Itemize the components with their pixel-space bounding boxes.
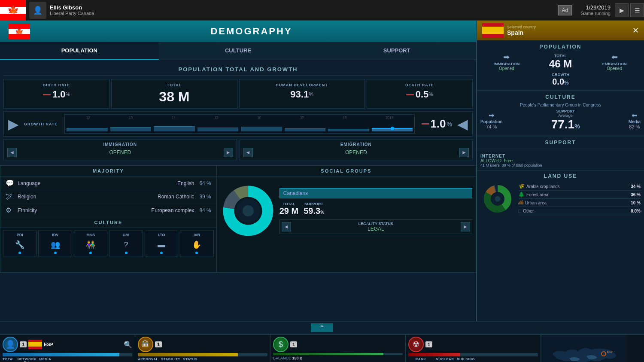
human-dev-stat: HUMAN DEVELOPMENT 93.1 % xyxy=(239,79,365,109)
immigration-prev-btn[interactable]: ◄ xyxy=(7,148,17,157)
culture-uai: UAI ? xyxy=(109,231,143,256)
right-culture-section: CULTURE People's Parliamentary Group in … xyxy=(477,91,644,137)
status-bar: 👤 1 ESP 🔍 TOTAL 46 M NETWORK 📡 MEDIA 82 … xyxy=(0,334,644,362)
pop-progress-fill xyxy=(3,353,119,356)
social-group-name: Canadians xyxy=(279,188,472,198)
social-support-stat: SUPPORT 59.3% xyxy=(304,202,324,216)
growth-value: 1.0 xyxy=(430,117,446,131)
tab-population[interactable]: POPULATION xyxy=(0,42,159,60)
language-icon: 💬 xyxy=(6,179,14,187)
main-layout: 🍁 DEMOGRAPHY POPULATION CULTURE SUPPORT … xyxy=(0,21,644,321)
social-stats: TOTAL 29 M SUPPORT 59.3% xyxy=(279,202,472,216)
player-party: Liberal Party Canada xyxy=(50,11,558,16)
culture-mas: MAS 👫 xyxy=(74,231,107,256)
emigration-prev-btn[interactable]: ◄ xyxy=(243,148,253,157)
right-growth: GROWTH 0.0% xyxy=(480,73,641,87)
social-support-value: 59.3% xyxy=(304,206,324,216)
lto-icon: ▬ xyxy=(146,239,177,251)
spain-flag xyxy=(482,23,504,38)
social-donut-chart xyxy=(220,183,276,239)
global-search-btn[interactable]: 🔍 xyxy=(627,335,644,362)
top-buttons: ▶ ☰ xyxy=(615,3,644,17)
emigration-box: EMIGRATION ◄ OPENED ► xyxy=(240,139,473,160)
ad-button[interactable]: Ad xyxy=(558,5,572,15)
economy-status-icon: $ xyxy=(273,337,289,352)
approval-progress-fill xyxy=(138,353,238,356)
right-pop-grid: ➡ IMMIGRATION Opened TOTAL 46 M ⬅ EMIGRA… xyxy=(480,52,641,71)
play-button[interactable]: ▶ xyxy=(615,3,629,17)
right-emigration: ⬅ EMIGRATION Opened xyxy=(588,52,641,71)
culture-subtitle: People's Parliamentary Group in Congress xyxy=(480,103,641,107)
status-block-population: 👤 1 ESP 🔍 TOTAL 46 M NETWORK 📡 MEDIA 82 … xyxy=(0,335,135,362)
pop-network-stat: NETWORK 📡 xyxy=(17,357,36,362)
culture-row: PDI 🔧 IDV 👥 MAS 👫 UA xyxy=(0,228,216,259)
right-population-section: POPULATION ➡ IMMIGRATION Opened TOTAL 46… xyxy=(477,40,644,91)
immigration-box: IMMIGRATION ◄ OPENED ► xyxy=(3,139,237,160)
population-section: POPULATION TOTAL AND GROWTH BIRTH RATE 1… xyxy=(0,60,476,165)
culture-pdi: PDI 🔧 xyxy=(3,231,36,256)
economy-header: $ 1 xyxy=(273,337,403,352)
legality-prev-btn[interactable]: ◄ xyxy=(282,222,291,231)
left-panel: 🍁 DEMOGRAPHY POPULATION CULTURE SUPPORT … xyxy=(0,21,477,321)
population-search-icon[interactable]: 🔍 xyxy=(124,341,132,349)
majority-box: MAJORITY 💬 Language English 64 % 🕊 Relig… xyxy=(0,165,216,273)
social-groups-box: SOCIAL GROUPS Canadians xyxy=(216,165,476,273)
pop-progress-bar xyxy=(3,353,132,356)
legality-status: LEGAL xyxy=(358,226,394,232)
uai-icon: ? xyxy=(110,239,141,251)
header-flag: 🍁 xyxy=(9,24,30,39)
military-progress-fill xyxy=(408,353,460,356)
majority-title: MAJORITY xyxy=(0,166,216,176)
total-value: 38 M xyxy=(115,89,233,105)
right-pop-support: ➡ Population 74 % xyxy=(480,111,503,129)
emigration-next-btn[interactable]: ► xyxy=(459,148,469,157)
status-status-stat: STATUS 🤝 xyxy=(183,357,197,362)
mas-icon: 👫 xyxy=(75,239,106,251)
land-donut-chart xyxy=(480,182,515,216)
forest-icon: 🌲 xyxy=(518,192,525,198)
right-internet-section: INTERNET ALLOWED, Free 41 M users, 89 % … xyxy=(477,151,644,170)
legality-row: ◄ LEGALITY STATUS LEGAL ► xyxy=(279,219,472,234)
growth-rate-label: GROWTH RATE xyxy=(24,122,58,126)
right-support-main: SUPPORT Average 77.1% xyxy=(551,109,580,131)
land-legend: 🌾 Arable crop lands 34 % 🌲 Forest area 3… xyxy=(518,183,641,215)
land-forest: 🌲 Forest area 36 % xyxy=(518,191,641,199)
right-panel: Selected country Spain ✕ POPULATION ➡ IM… xyxy=(477,21,644,321)
right-immigration: ➡ IMMIGRATION Opened xyxy=(480,52,533,71)
pop-media-stat: MEDIA 82 % xyxy=(39,357,51,362)
emigration-status: OPENED xyxy=(345,149,367,155)
ethnicity-icon: ⚙ xyxy=(6,206,14,214)
player-avatar: 👤 xyxy=(29,2,46,19)
death-rate-value: 0.5 xyxy=(416,89,429,100)
culture-sub-title: CULTURE xyxy=(0,217,216,228)
menu-button[interactable]: ☰ xyxy=(630,3,644,17)
majority-row-language: 💬 Language English 64 % xyxy=(0,176,216,190)
idv-icon: 👥 xyxy=(39,239,70,251)
close-button[interactable]: ✕ xyxy=(632,26,639,35)
immigration-arrow-icon: ➡ xyxy=(480,52,533,62)
internet-info: INTERNET ALLOWED, Free 41 M users, 89 % … xyxy=(480,154,542,167)
status-block-military: ☢ 1 RANK 36 th / 178 NUCLEAR ⊘ BUILDING xyxy=(406,335,541,362)
tab-support[interactable]: SUPPORT xyxy=(317,42,476,60)
military-stats: RANK 36 th / 178 NUCLEAR ⊘ BUILDING xyxy=(408,357,538,362)
population-status-icon: 👤 xyxy=(3,337,18,352)
demography-title: DEMOGRAPHY xyxy=(35,26,468,37)
pop-total-stat: TOTAL 46 M xyxy=(3,357,15,362)
pop-stats: TOTAL 46 M NETWORK 📡 MEDIA 82 % xyxy=(3,357,132,362)
legality-next-btn[interactable]: ► xyxy=(461,222,470,231)
religion-icon: 🕊 xyxy=(6,193,14,201)
immigration-status: OPENED xyxy=(109,149,131,155)
stability-stat: STABILITY 65 % xyxy=(161,357,180,362)
selected-country-name: Spain xyxy=(507,29,629,36)
game-time: 1/29/2019 Game running xyxy=(580,4,611,16)
majority-row-ethnicity: ⚙ Ethnicity European complex 84 % xyxy=(0,204,216,217)
tab-culture[interactable]: CULTURE xyxy=(159,42,318,60)
canada-flag: 🍁 xyxy=(0,0,26,21)
pop-arrow-icon: ➡ xyxy=(480,111,503,119)
economy-progress-bar xyxy=(273,353,403,355)
esp-flag-status xyxy=(28,340,42,349)
birth-rate-value: 1.0 xyxy=(52,89,66,100)
culture-lto: LTO ▬ xyxy=(145,231,178,256)
collapse-button[interactable]: ⌃ xyxy=(311,323,333,332)
immigration-next-btn[interactable]: ► xyxy=(224,148,233,157)
